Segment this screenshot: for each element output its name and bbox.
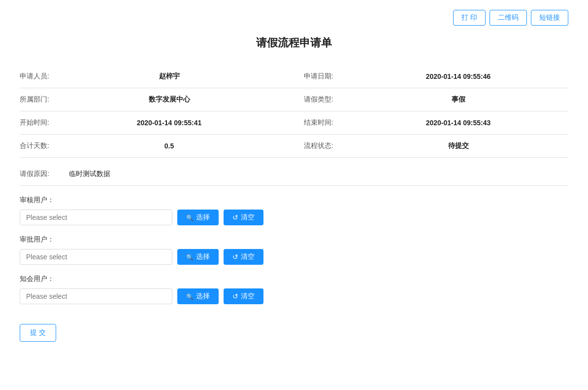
- shortlink-button[interactable]: 短链接: [531, 10, 568, 26]
- department-label: 所属部门:: [20, 95, 64, 104]
- apply-date-label: 申请日期:: [304, 72, 348, 81]
- notify-select-button[interactable]: 选择: [177, 288, 219, 304]
- start-time-label: 开始时间:: [20, 118, 64, 127]
- reviewer-select-button[interactable]: 选择: [177, 210, 219, 225]
- applicant-row: 申请人员: 赵梓宇: [20, 65, 294, 88]
- top-buttons: 打 印 二维码 短链接: [20, 10, 568, 26]
- leave-type-label: 请假类型:: [304, 95, 348, 104]
- total-days-label: 合计天数:: [20, 142, 64, 150]
- qrcode-button[interactable]: 二维码: [490, 10, 527, 26]
- department-row: 所属部门: 数字发展中心: [20, 88, 294, 111]
- submit-button[interactable]: 提 交: [20, 324, 56, 342]
- leave-type-value: 事假: [348, 95, 568, 104]
- end-time-value: 2020-01-14 09:55:43: [348, 119, 568, 127]
- department-value: 数字发展中心: [64, 95, 274, 104]
- reason-label: 请假原因:: [20, 170, 64, 178]
- refresh-icon: [232, 253, 238, 261]
- search-icon: [186, 213, 194, 221]
- start-time-row: 开始时间: 2020-01-14 09:55:41: [20, 111, 294, 135]
- apply-date-value: 2020-01-14 09:55:46: [348, 72, 568, 80]
- search-icon: [186, 253, 194, 261]
- notify-clear-label: 清空: [241, 292, 255, 301]
- notify-clear-button[interactable]: 清空: [224, 288, 263, 304]
- reason-row: 请假原因: 临时测试数据: [20, 163, 568, 186]
- reviewer-input-row: 选择 清空: [20, 210, 568, 225]
- end-time-label: 结束时间:: [304, 118, 348, 127]
- notify-input[interactable]: [20, 288, 172, 304]
- flow-status-label: 流程状态:: [304, 142, 348, 150]
- notify-section: 知会用户： 选择 清空: [20, 275, 568, 304]
- reviewer-section: 审核用户： 选择 清空: [20, 196, 568, 225]
- leave-type-row: 请假类型: 事假: [294, 88, 568, 111]
- page-container: 打 印 二维码 短链接 请假流程申请单 申请人员: 赵梓宇 申请日期: 2020…: [0, 0, 588, 390]
- form-grid: 申请人员: 赵梓宇 申请日期: 2020-01-14 09:55:46 所属部门…: [20, 65, 568, 158]
- reviewer-input[interactable]: [20, 210, 172, 225]
- approver-label: 审批用户：: [20, 235, 568, 244]
- reason-value: 临时测试数据: [64, 170, 568, 178]
- reviewer-label: 审核用户：: [20, 196, 568, 205]
- apply-date-row: 申请日期: 2020-01-14 09:55:46: [294, 65, 568, 88]
- applicant-value: 赵梓宇: [64, 72, 274, 81]
- total-days-value: 0.5: [64, 142, 274, 150]
- approver-select-label: 选择: [196, 252, 210, 261]
- total-days-row: 合计天数: 0.5: [20, 135, 294, 158]
- notify-select-label: 选择: [196, 292, 210, 301]
- applicant-label: 申请人员:: [20, 72, 64, 81]
- approver-select-button[interactable]: 选择: [177, 249, 219, 265]
- notify-label: 知会用户：: [20, 275, 568, 284]
- notify-input-row: 选择 清空: [20, 288, 568, 304]
- approver-input-row: 选择 清空: [20, 249, 568, 265]
- start-time-value: 2020-01-14 09:55:41: [64, 119, 274, 127]
- reviewer-clear-button[interactable]: 清空: [224, 210, 263, 225]
- flow-status-row: 流程状态: 待提交: [294, 135, 568, 158]
- approver-clear-button[interactable]: 清空: [224, 249, 263, 265]
- flow-status-value: 待提交: [348, 142, 568, 150]
- refresh-icon: [232, 213, 238, 221]
- reviewer-clear-label: 清空: [241, 213, 255, 222]
- approver-clear-label: 清空: [241, 252, 255, 261]
- approver-section: 审批用户： 选择 清空: [20, 235, 568, 265]
- page-title: 请假流程申请单: [20, 35, 568, 50]
- approver-input[interactable]: [20, 249, 172, 265]
- print-button[interactable]: 打 印: [453, 10, 486, 26]
- end-time-row: 结束时间: 2020-01-14 09:55:43: [294, 111, 568, 135]
- reviewer-select-label: 选择: [196, 213, 210, 222]
- search-icon: [186, 292, 194, 300]
- refresh-icon: [232, 292, 238, 300]
